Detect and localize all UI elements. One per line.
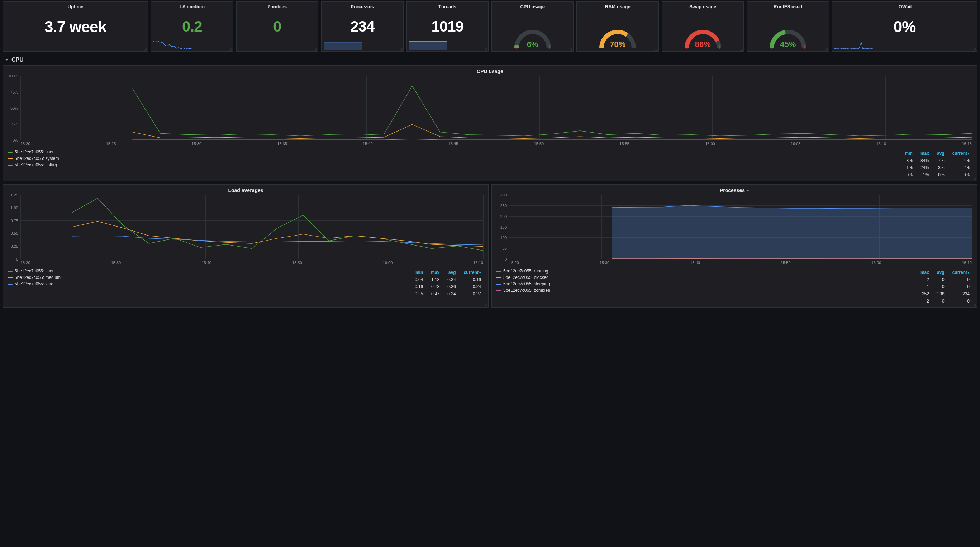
resize-handle-icon[interactable] — [313, 47, 317, 51]
panel-load-averages-chart[interactable]: Load averages 00.250.500.751.001.25 15:2… — [3, 184, 488, 308]
row-toggle-cpu[interactable]: CPU — [0, 53, 980, 65]
legend-item[interactable]: 5be12ec7c055: medium — [8, 275, 60, 280]
panel-title: LA medium — [180, 4, 205, 10]
legend-value-row: 0.041.180.340.16 — [411, 277, 485, 283]
top-stat-row: Uptime 3.7 week LA medium 0.2 Zombies 0 … — [0, 0, 980, 53]
panel-zombies[interactable]: Zombies 0 — [236, 2, 318, 52]
sparkline — [153, 38, 192, 50]
legend-item[interactable]: 5be12ec7c055: user — [8, 149, 59, 154]
legend-col-avg[interactable]: avg — [934, 150, 948, 157]
sparkline — [409, 38, 447, 50]
panel-processes[interactable]: Processes 234 — [321, 2, 403, 52]
chart-title: CPU usage — [477, 68, 503, 74]
resize-handle-icon[interactable] — [484, 303, 487, 307]
legend-item[interactable]: 5be12ec7c055: softirq — [8, 162, 59, 167]
resize-handle-icon[interactable] — [972, 303, 976, 307]
sparkline — [324, 38, 362, 50]
panel-cpu-gauge[interactable]: CPU usage 6% — [492, 2, 574, 52]
legend-list[interactable]: 5be12ec7c055: short5be12ec7c055: medium5… — [6, 269, 60, 286]
panel-value: 234 — [350, 18, 374, 35]
legend-value-row: 100 — [917, 283, 973, 290]
panel-title: Processes — [350, 4, 374, 10]
panel-value: 0% — [894, 18, 916, 36]
sparkline — [834, 38, 873, 50]
resize-handle-icon[interactable] — [143, 47, 147, 51]
legend-item[interactable]: 5be12ec7c055: system — [8, 156, 59, 161]
resize-handle-icon[interactable] — [824, 47, 828, 51]
section-label: CPU — [11, 57, 24, 63]
plot-area[interactable]: 050100150200250300 — [509, 195, 972, 259]
plot-area[interactable]: 00.250.500.751.001.25 — [21, 195, 483, 259]
legend-col-max[interactable]: max — [917, 150, 933, 157]
legend-table[interactable]: maxavgcurrent▾200100252238234200 — [916, 269, 974, 305]
chart-title: Processes — [720, 188, 745, 193]
legend-value-row: 0.160.730.360.24 — [411, 283, 485, 290]
gauge: 6% — [513, 28, 552, 49]
legend-value-row: 200 — [917, 298, 973, 304]
legend-value-row: 0.250.470.340.27 — [411, 291, 485, 297]
legend-col-avg[interactable]: avg — [934, 269, 948, 276]
legend-value-row: 1%24%3%2% — [902, 165, 973, 171]
plot-area[interactable]: 0%25%50%75%100% — [21, 76, 972, 140]
panel-title: RootFS used — [773, 4, 802, 10]
x-axis: 15:2015:3015:4015:5016:0016:10 — [21, 259, 483, 265]
x-axis: 15:2015:3015:4015:5016:0016:10 — [509, 259, 972, 265]
legend-list[interactable]: 5be12ec7c055: running5be12ec7c055: block… — [495, 269, 550, 293]
legend-table[interactable]: minmaxavgcurrent▾0.041.180.340.160.160.7… — [410, 269, 485, 298]
panel-title: Uptime — [68, 4, 84, 10]
panel-title: RAM usage — [605, 4, 630, 10]
legend-col-avg[interactable]: avg — [444, 269, 459, 276]
legend-value-row: 0%1%0%0% — [902, 172, 973, 178]
panel-title: IOWait — [897, 4, 912, 10]
panel-la-medium[interactable]: LA medium 0.2 — [151, 2, 233, 52]
legend-value-row: 200 — [917, 277, 973, 283]
panel-uptime[interactable]: Uptime 3.7 week — [3, 2, 148, 52]
legend-item[interactable]: 5be12ec7c055: short — [8, 269, 60, 274]
legend-table[interactable]: minmaxavgcurrent▾3%84%7%4%1%24%3%2%0%1%0… — [901, 149, 974, 179]
panel-cpu-usage-chart[interactable]: CPU usage 0%25%50%75%100% 15:2015:2515:3… — [3, 65, 977, 181]
panel-value: 3.7 week — [45, 18, 107, 36]
legend-value-row: 252238234 — [917, 291, 973, 297]
resize-handle-icon[interactable] — [399, 47, 402, 51]
panel-menu-icon[interactable]: ▾ — [747, 189, 749, 192]
legend-col-current[interactable]: current▾ — [949, 269, 973, 276]
svg-marker-10 — [612, 205, 972, 259]
legend-col-current[interactable]: current▾ — [460, 269, 485, 276]
panel-threads[interactable]: Threads 1019 — [406, 2, 488, 52]
legend-item[interactable]: 5be12ec7c055: sleeping — [496, 281, 550, 286]
chevron-down-icon — [4, 57, 9, 62]
panel-title: Threads — [438, 4, 457, 10]
legend-item[interactable]: 5be12ec7c055: zombies — [496, 288, 550, 293]
resize-handle-icon[interactable] — [654, 47, 658, 51]
panel-value: 0 — [273, 18, 281, 35]
gauge: 86% — [683, 28, 722, 49]
panel-title: Zombies — [268, 4, 287, 10]
legend-col-min[interactable]: min — [902, 150, 916, 157]
legend-item[interactable]: 5be12ec7c055: running — [496, 269, 550, 274]
legend-item[interactable]: 5be12ec7c055: long — [8, 281, 60, 286]
legend-col-max[interactable]: max — [917, 269, 933, 276]
panel-title: Swap usage — [689, 4, 716, 10]
panel-iowait[interactable]: IOWait 0% — [832, 2, 977, 52]
panel-processes-chart[interactable]: Processes ▾ 050100150200250300 15:2015:3… — [492, 184, 977, 308]
resize-handle-icon[interactable] — [229, 47, 232, 51]
legend-list[interactable]: 5be12ec7c055: user5be12ec7c055: system5b… — [6, 149, 59, 167]
legend-item[interactable]: 5be12ec7c055: blocked — [496, 275, 550, 280]
panel-title: CPU usage — [520, 4, 545, 10]
resize-handle-icon[interactable] — [739, 47, 743, 51]
panel-value: 0.2 — [182, 18, 202, 35]
resize-handle-icon[interactable] — [484, 47, 487, 51]
resize-handle-icon[interactable] — [569, 47, 573, 51]
legend-col-max[interactable]: max — [427, 269, 443, 276]
legend-col-min[interactable]: min — [411, 269, 426, 276]
legend-col-current[interactable]: current▾ — [949, 150, 973, 157]
x-axis: 15:2015:2515:3015:3515:4015:4515:5015:55… — [21, 140, 972, 146]
resize-handle-icon[interactable] — [972, 177, 976, 180]
legend-value-row: 3%84%7%4% — [902, 157, 973, 164]
resize-handle-icon[interactable] — [972, 47, 976, 51]
panel-swap-gauge[interactable]: Swap usage 86% — [662, 2, 744, 52]
chart-title: Load averages — [228, 188, 263, 193]
panel-ram-gauge[interactable]: RAM usage 70% — [576, 2, 659, 52]
gauge: 70% — [598, 28, 637, 49]
panel-rootfs-gauge[interactable]: RootFS used 45% — [747, 2, 829, 52]
